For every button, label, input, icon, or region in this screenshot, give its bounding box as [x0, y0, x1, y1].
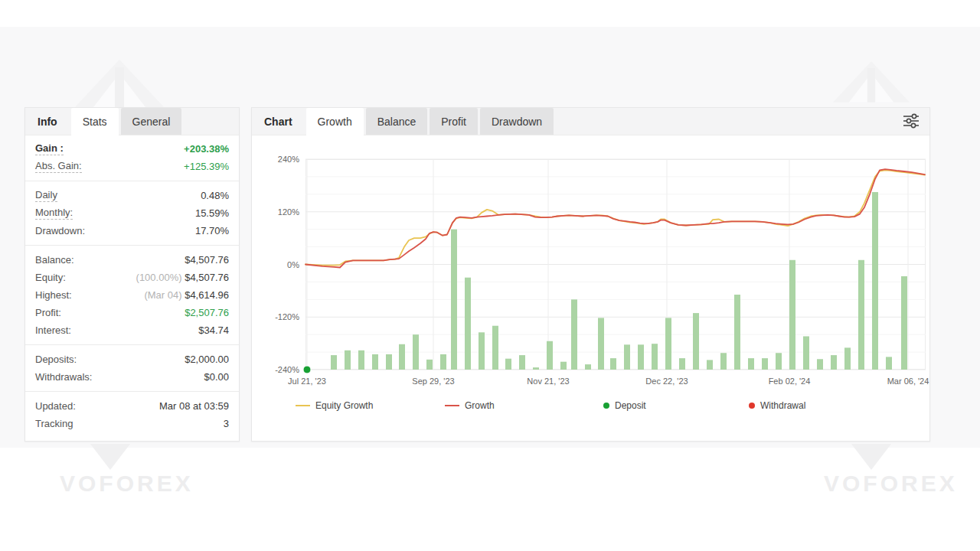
stat-value: +203.38%: [184, 143, 229, 155]
chart-tab-balance[interactable]: Balance: [366, 108, 428, 135]
stat-label[interactable]: Monthly:: [35, 207, 73, 220]
stats-tab-general[interactable]: General: [121, 108, 182, 135]
y-axis-label: -120%: [260, 312, 299, 321]
group-divider: [25, 391, 239, 392]
stats-tab-stats[interactable]: Stats: [71, 108, 119, 135]
stat-value-prefix: (Mar 04): [144, 289, 185, 301]
page: VOFOREX VOFOREX Info StatsGeneral Gain :…: [0, 0, 980, 551]
profit-bar: [547, 341, 553, 370]
stats-body: Gain :+203.38%Abs. Gain:+125.39%Daily0.4…: [25, 135, 239, 439]
profit-bar: [505, 359, 511, 370]
profit-bar: [789, 260, 795, 370]
stat-label: Withdrawals:: [35, 371, 92, 383]
y-axis-label: -240%: [260, 365, 299, 374]
stat-row: Withdrawals:$0.00: [25, 368, 239, 386]
profit-bar: [345, 350, 351, 370]
profit-bar: [720, 353, 727, 370]
watermark-logo-top-left: [75, 60, 164, 107]
legend-item-growth: Growth: [445, 400, 495, 411]
profit-bar: [331, 355, 337, 370]
profit-bar: [624, 344, 630, 370]
profit-bar: [465, 278, 471, 370]
profit-bar: [762, 358, 768, 370]
chart-settings-button[interactable]: [900, 112, 922, 132]
stat-row: Monthly:15.59%: [25, 204, 239, 222]
profit-bar: [571, 299, 577, 370]
stat-row: Equity:(100.00%) $4,507.76: [25, 269, 239, 286]
profit-bar: [519, 355, 525, 370]
stat-value: 0.48%: [201, 190, 229, 201]
profit-bar: [386, 354, 392, 370]
stat-label: Balance:: [35, 254, 74, 266]
plot-area: [305, 159, 926, 370]
profit-bar: [679, 358, 685, 370]
profit-bar: [560, 362, 567, 370]
stat-row: Highest:(Mar 04) $4,614.96: [25, 286, 239, 304]
stat-label: Profit:: [35, 307, 61, 318]
profit-bar: [451, 230, 457, 370]
stats-panel: Info StatsGeneral Gain :+203.38%Abs. Gai…: [24, 107, 240, 442]
stat-label: Equity:: [35, 272, 66, 283]
group-divider: [25, 245, 239, 246]
stat-value: $34.74: [198, 324, 229, 336]
panel-title-chart: Chart: [252, 108, 306, 135]
legend-item-withdrawal: Withdrawal: [749, 400, 805, 411]
group-divider: [25, 344, 239, 345]
profit-bar: [479, 332, 485, 370]
stat-row: Updated:Mar 08 at 03:59: [25, 397, 239, 415]
y-axis-label: 120%: [260, 207, 299, 217]
chart-tab-drawdown[interactable]: Drawdown: [480, 108, 554, 135]
profit-bar: [638, 344, 644, 370]
stat-label[interactable]: Gain :: [35, 142, 64, 155]
stat-label[interactable]: Abs. Gain:: [35, 160, 82, 173]
profit-bar: [886, 357, 892, 370]
profit-bar: [399, 344, 405, 370]
chart-tab-profit[interactable]: Profit: [430, 108, 478, 135]
stat-value: (Mar 04) $4,614.96: [144, 289, 229, 301]
profit-bar: [492, 326, 498, 370]
x-axis-label: Sep 29, '23: [397, 377, 470, 386]
profit-bar: [707, 360, 713, 370]
x-axis-label: Nov 21, '23: [511, 377, 585, 386]
group-divider: [25, 181, 239, 181]
stats-tabs: StatsGeneral: [71, 108, 185, 135]
profit-bar: [858, 260, 864, 370]
profit-bar: [844, 347, 851, 370]
x-axis-label: Feb 02, '24: [753, 377, 826, 386]
y-axis-label: 0%: [260, 260, 299, 269]
equity-growth-line: [305, 170, 925, 265]
profit-bar: [734, 295, 740, 370]
chart-panel: Chart GrowthBalanceProfitDrawdown 240%12…: [251, 107, 930, 442]
stat-row: Deposits:$2,000.00: [25, 350, 239, 368]
profit-bar: [610, 358, 616, 370]
watermark-logo-bottom-right: [851, 444, 891, 470]
profit-bar: [652, 344, 658, 370]
stat-value: (100.00%) $4,507.76: [136, 272, 229, 283]
profit-bar: [533, 367, 539, 370]
legend-swatch: [296, 405, 310, 406]
stat-value: $2,000.00: [185, 354, 229, 365]
stat-label[interactable]: Daily: [35, 189, 57, 202]
stat-value: $4,507.76: [185, 254, 229, 266]
profit-bar: [665, 318, 671, 370]
x-axis-label: Jul 21, '23: [270, 377, 344, 386]
stat-row: Drawdown:17.70%: [25, 222, 239, 240]
stat-value: 17.70%: [195, 225, 229, 236]
profit-bar: [413, 334, 419, 370]
stat-row: Balance:$4,507.76: [25, 251, 239, 269]
chart-tab-growth[interactable]: Growth: [306, 108, 364, 135]
stat-label: Updated:: [35, 400, 76, 412]
stat-value: +125.39%: [184, 161, 229, 172]
legend-item-deposit: Deposit: [603, 400, 646, 411]
stat-row: Profit:$2,507.76: [25, 304, 239, 321]
legend-item-equity-growth: Equity Growth: [296, 400, 373, 411]
stat-label: Highest:: [35, 289, 72, 301]
legend: Equity GrowthGrowthDepositWithdrawal: [252, 400, 929, 416]
stat-value: 15.59%: [195, 207, 229, 219]
legend-label: Withdrawal: [760, 400, 805, 411]
legend-label: Deposit: [615, 400, 646, 411]
profit-bar: [831, 355, 837, 370]
legend-swatch: [603, 403, 609, 409]
stats-panel-header: Info StatsGeneral: [25, 108, 239, 135]
stat-label: Drawdown:: [35, 225, 85, 236]
